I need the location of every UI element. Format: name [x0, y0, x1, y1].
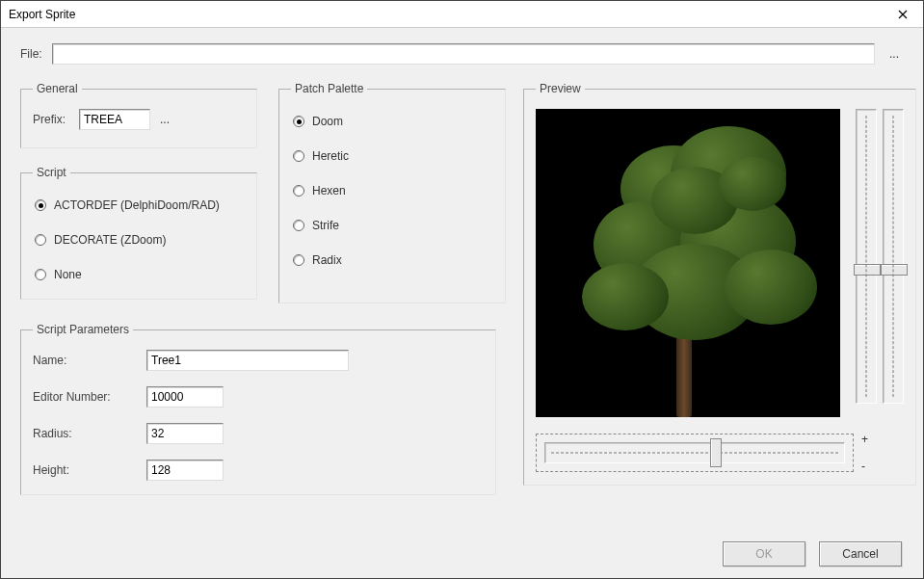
radio-label: DECORATE (ZDoom) [54, 233, 166, 247]
palette-radio-heretic[interactable]: Heretic [293, 149, 491, 163]
script-radio-decorate[interactable]: DECORATE (ZDoom) [35, 233, 243, 247]
close-icon [898, 10, 908, 19]
close-button[interactable] [883, 1, 923, 28]
file-row: File: ... [20, 43, 904, 65]
palette-radio-strife[interactable]: Strife [293, 219, 491, 232]
file-input[interactable] [52, 43, 875, 65]
script-radio-none[interactable]: None [35, 268, 243, 281]
general-legend: General [33, 82, 82, 95]
preview-group: Preview [523, 82, 916, 486]
radio-icon [293, 116, 304, 127]
name-label: Name: [33, 354, 146, 367]
radio-label: Radix [312, 253, 342, 267]
radio-icon [35, 234, 46, 246]
script-radio-actordef[interactable]: ACTORDEF (DelphiDoom/RAD) [35, 198, 243, 212]
export-sprite-dialog: Export Sprite File: ... General Prefix: [0, 0, 924, 579]
radio-label: Doom [312, 115, 343, 128]
radius-input[interactable] [146, 423, 224, 444]
radio-label: Hexen [312, 184, 346, 197]
radio-icon [35, 269, 46, 280]
editor-number-input[interactable] [146, 386, 224, 408]
palette-legend: Patch Palette [291, 82, 367, 95]
zoom-in-button[interactable]: + [861, 433, 868, 446]
radio-icon [293, 254, 304, 266]
cancel-button[interactable]: Cancel [819, 541, 902, 566]
name-input[interactable] [146, 350, 349, 371]
preview-vertical-slider-1[interactable] [856, 109, 877, 404]
radio-label: Heretic [312, 149, 349, 163]
preview-canvas [536, 109, 840, 417]
client-area: File: ... General Prefix: ... [1, 28, 923, 579]
script-legend: Script [33, 166, 70, 179]
file-browse-button[interactable]: ... [884, 47, 904, 61]
tree-render [536, 109, 840, 417]
radio-label: ACTORDEF (DelphiDoom/RAD) [54, 198, 220, 212]
script-parameters-group: Script Parameters Name: Editor Number: R… [20, 323, 496, 495]
ok-button[interactable]: OK [723, 541, 805, 566]
height-input[interactable] [146, 460, 224, 481]
palette-radio-radix[interactable]: Radix [293, 253, 491, 267]
script-group: Script ACTORDEF (DelphiDoom/RAD) DECORAT… [20, 166, 257, 300]
palette-radio-hexen[interactable]: Hexen [293, 184, 491, 197]
zoom-out-button[interactable]: - [861, 460, 868, 473]
prefix-browse-button[interactable]: ... [160, 113, 170, 126]
radio-icon [293, 185, 304, 197]
preview-legend: Preview [536, 82, 585, 95]
prefix-input[interactable] [79, 109, 150, 130]
params-legend: Script Parameters [33, 323, 133, 336]
window-title: Export Sprite [9, 8, 75, 21]
radio-icon [35, 199, 46, 211]
radio-label: Strife [312, 219, 339, 232]
height-label: Height: [33, 463, 146, 477]
preview-horizontal-slider[interactable] [536, 434, 854, 472]
radius-label: Radius: [33, 427, 146, 440]
file-label: File: [20, 47, 42, 61]
preview-vertical-slider-2[interactable] [883, 109, 904, 404]
radio-icon [293, 220, 304, 231]
radio-icon [293, 150, 304, 162]
radio-label: None [54, 268, 82, 281]
prefix-label: Prefix: [33, 113, 79, 126]
editor-number-label: Editor Number: [33, 390, 146, 404]
general-group: General Prefix: ... [20, 82, 257, 148]
palette-group: Patch Palette Doom Heretic [278, 82, 506, 303]
palette-radio-doom[interactable]: Doom [293, 115, 491, 128]
titlebar: Export Sprite [1, 1, 923, 28]
